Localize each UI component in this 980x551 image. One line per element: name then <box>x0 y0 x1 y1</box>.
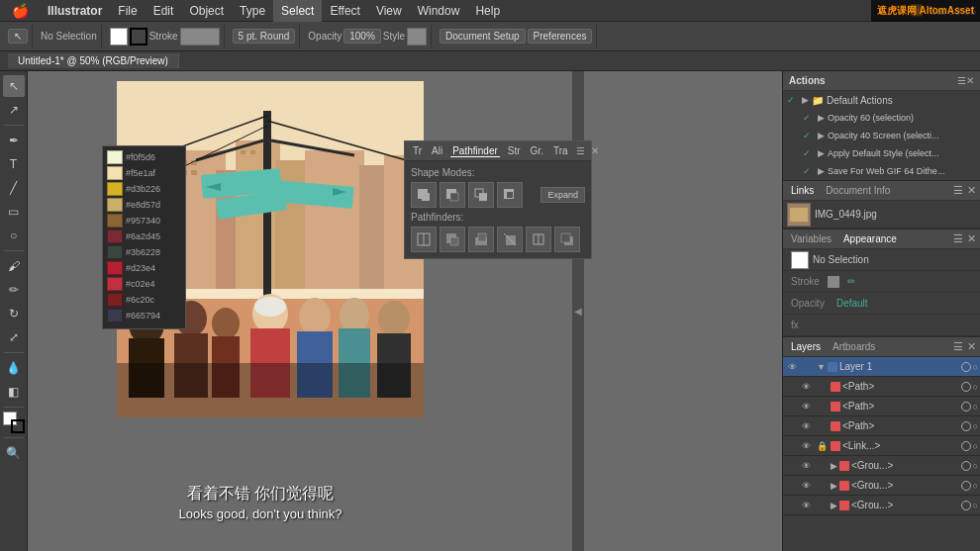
layers-menu-icon[interactable]: ☰ <box>953 340 963 353</box>
appearance-close-icon[interactable]: ✕ <box>967 232 976 245</box>
stroke-preview[interactable] <box>11 419 25 433</box>
pencil-tool[interactable]: ✏ <box>3 279 25 301</box>
swatch-4[interactable]: #e8d57d <box>107 198 181 212</box>
layer-target-g2[interactable] <box>961 481 971 491</box>
layer-lock-p2[interactable] <box>815 400 829 413</box>
pathfinder-tab-ali[interactable]: Ali <box>430 145 444 156</box>
actions-close-icon[interactable]: ✕ <box>966 75 974 86</box>
menu-window[interactable]: Window <box>410 0 468 22</box>
menu-select[interactable]: Select <box>273 0 322 22</box>
stroke-color-preview[interactable] <box>180 28 220 46</box>
menu-type[interactable]: Type <box>232 0 273 22</box>
scale-tool[interactable]: ⤢ <box>3 326 25 348</box>
pathfinder-tab-tr[interactable]: Tr <box>411 145 424 156</box>
merge-btn[interactable] <box>468 227 494 252</box>
menu-object[interactable]: Object <box>181 0 232 22</box>
layer-path-3[interactable]: 👁 <Path> ○ <box>783 416 980 436</box>
stroke-color-box[interactable] <box>130 28 147 46</box>
layer-vis-p3[interactable]: 👁 <box>799 419 813 433</box>
layer-lock-g2[interactable] <box>815 479 829 493</box>
document-tab[interactable]: Untitled-1* @ 50% (RGB/Preview) <box>8 53 179 68</box>
rect-tool[interactable]: ▭ <box>3 201 25 223</box>
layer-group-2[interactable]: 👁 ▶ <Grou...> ○ <box>783 476 980 496</box>
layer-target-p2[interactable] <box>961 402 971 412</box>
layer-lock-g3[interactable] <box>815 499 829 512</box>
layer-target-lnk[interactable] <box>961 441 971 451</box>
swatch-11[interactable]: #665794 <box>107 309 181 322</box>
pathfinder-menu-icon[interactable]: ☰ <box>576 145 585 156</box>
layer-target-p1[interactable] <box>961 382 971 392</box>
opacity-row-value[interactable]: Default <box>836 298 868 309</box>
selection-tool[interactable]: ↖ <box>3 75 25 97</box>
layer-target-1[interactable] <box>961 362 971 372</box>
canvas-area[interactable]: #f0f5d6 #f5e1af #d3b226 #e8d57d #957340 … <box>28 71 782 551</box>
fx-row[interactable]: fx <box>783 315 980 336</box>
layer-lock-g1[interactable] <box>815 459 829 473</box>
opacity-value[interactable]: 100% <box>343 29 381 44</box>
swatch-10[interactable]: #6c20c <box>107 293 181 307</box>
links-tab[interactable]: Links <box>787 185 818 196</box>
menu-edit[interactable]: Edit <box>146 0 182 22</box>
zoom-tool[interactable]: 🔍 <box>3 442 25 464</box>
action-item-4[interactable]: ✓ ▶ Save For Web GIF 64 Dithe... <box>783 162 980 180</box>
direct-select-tool[interactable]: ↗ <box>3 99 25 121</box>
exclude-btn[interactable] <box>497 182 523 208</box>
swatch-6[interactable]: #6a2d45 <box>107 230 181 243</box>
layer-expand-g3[interactable]: ▶ <box>831 501 837 510</box>
gradient-tool[interactable]: ◧ <box>3 381 25 403</box>
crop-btn[interactable] <box>497 227 523 252</box>
pathfinder-tab-main[interactable]: Pathfinder <box>450 145 500 157</box>
swatch-7[interactable]: #3b6228 <box>107 245 181 259</box>
link-item-1[interactable]: IMG_0449.jpg <box>783 201 980 229</box>
rotate-tool[interactable]: ↻ <box>3 303 25 324</box>
layer-target-g3[interactable] <box>961 501 971 510</box>
layer-vis-p2[interactable]: 👁 <box>799 400 813 413</box>
layer-vis-lnk[interactable]: 👁 <box>799 439 813 453</box>
actions-folder-row[interactable]: ✓ ▶ 📁 Default Actions <box>783 91 980 109</box>
layer-expand-g1[interactable]: ▶ <box>831 461 837 471</box>
pathfinder-tab-gr[interactable]: Gr. <box>529 145 545 156</box>
appearance-tab[interactable]: Appearance <box>839 233 901 244</box>
layer-link[interactable]: 👁 🔒 <Link...> ○ <box>783 436 980 456</box>
appearance-menu-icon[interactable]: ☰ <box>953 232 963 245</box>
swatch-2[interactable]: #f5e1af <box>107 166 181 180</box>
menu-view[interactable]: View <box>368 0 410 22</box>
unite-btn[interactable] <box>411 182 437 208</box>
type-tool[interactable]: T <box>3 153 25 175</box>
swatch-3[interactable]: #d3b226 <box>107 182 181 196</box>
eyedropper-tool[interactable]: 💧 <box>3 357 25 379</box>
intersect-btn[interactable] <box>468 182 494 208</box>
menu-help[interactable]: Help <box>467 0 508 22</box>
swatch-5[interactable]: #957340 <box>107 214 181 228</box>
pen-tool[interactable]: ✒ <box>3 130 25 151</box>
outline-btn[interactable] <box>526 227 551 252</box>
preferences-button[interactable]: Preferences <box>528 29 593 44</box>
layer-lock-p1[interactable] <box>815 380 829 394</box>
expand-button[interactable]: Expand <box>540 187 585 203</box>
pathfinder-tab-tra[interactable]: Tra <box>551 145 570 156</box>
brush-tool[interactable]: 🖌 <box>3 255 25 277</box>
minus-front-btn[interactable] <box>440 182 465 208</box>
layer-vis-g2[interactable]: 👁 <box>799 479 813 493</box>
document-setup-button[interactable]: Document Setup <box>440 29 526 44</box>
minus-back-btn[interactable] <box>554 227 580 252</box>
style-preview[interactable] <box>407 28 427 46</box>
action-item-3[interactable]: ✓ ▶ Apply Default Style (select... <box>783 144 980 162</box>
trim-btn[interactable] <box>440 227 465 252</box>
links-menu-icon[interactable]: ☰ <box>953 184 963 197</box>
line-tool[interactable]: ╱ <box>3 177 25 199</box>
layer-group-1[interactable]: 👁 ▶ <Grou...> ○ <box>783 456 980 476</box>
layers-tab[interactable]: Layers <box>787 341 825 352</box>
layer-path-1[interactable]: 👁 <Path> ○ <box>783 377 980 397</box>
layer-expand-1[interactable]: ▼ <box>817 362 826 372</box>
selection-tool-btn[interactable]: ↖ <box>8 29 28 44</box>
layer-vis-p1[interactable]: 👁 <box>799 380 813 394</box>
ellipse-tool[interactable]: ○ <box>3 225 25 246</box>
doc-info-tab[interactable]: Document Info <box>822 185 894 196</box>
layer-1[interactable]: 👁 ▼ Layer 1 ○ <box>783 357 980 377</box>
layer-group-3[interactable]: 👁 ▶ <Grou...> ○ <box>783 496 980 515</box>
artboards-tab[interactable]: Artboards <box>829 341 879 352</box>
stroke-swatch[interactable] <box>828 276 839 288</box>
stroke-pencil-icon[interactable]: ✏ <box>847 276 855 287</box>
layer-lock-1[interactable] <box>801 360 815 374</box>
